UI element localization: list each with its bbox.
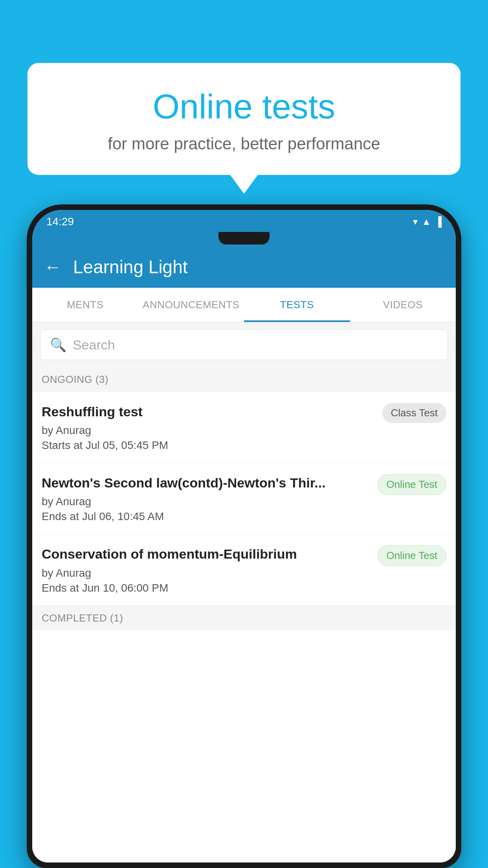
- app-title: Learning Light: [73, 256, 188, 278]
- test-author-1: by Anurag: [42, 424, 374, 437]
- test-info-2: Newton's Second law(contd)-Newton's Thir…: [42, 474, 377, 523]
- search-icon: 🔍: [50, 337, 66, 353]
- test-name-3: Conservation of momentum-Equilibrium: [42, 545, 369, 563]
- bubble-subtitle: for more practice, better performance: [43, 134, 445, 153]
- test-author-2: by Anurag: [42, 495, 369, 508]
- badge-online-test-2: Online Test: [377, 474, 446, 495]
- tests-list: Reshuffling test by Anurag Starts at Jul…: [32, 392, 456, 862]
- test-date-1: Starts at Jul 05, 05:45 PM: [42, 439, 374, 452]
- test-info-1: Reshuffling test by Anurag Starts at Jul…: [42, 403, 382, 452]
- section-ongoing-label: ONGOING (3): [32, 367, 456, 392]
- test-item-2[interactable]: Newton's Second law(contd)-Newton's Thir…: [32, 463, 456, 534]
- tab-ments[interactable]: MENTS: [32, 288, 138, 322]
- tab-tests[interactable]: TESTS: [244, 288, 350, 322]
- search-container: 🔍 Search: [32, 322, 456, 367]
- status-bar: 14:29 ▾ ▲ ▐: [32, 210, 456, 232]
- test-item-1[interactable]: Reshuffling test by Anurag Starts at Jul…: [32, 392, 456, 463]
- search-bar[interactable]: 🔍 Search: [40, 329, 448, 360]
- test-info-3: Conservation of momentum-Equilibrium by …: [42, 545, 377, 594]
- battery-icon: ▐: [435, 216, 442, 227]
- speech-bubble: Online tests for more practice, better p…: [28, 63, 460, 175]
- phone-frame: 14:29 ▾ ▲ ▐ ← Learning Light MENTS ANNOU…: [27, 204, 461, 868]
- tab-announcements[interactable]: ANNOUNCEMENTS: [138, 288, 244, 322]
- notch: [218, 232, 270, 245]
- notch-bar: [32, 232, 456, 246]
- bubble-title: Online tests: [43, 86, 445, 127]
- section-completed-label: COMPLETED (1): [32, 606, 456, 631]
- tabs-bar: MENTS ANNOUNCEMENTS TESTS VIDEOS: [32, 288, 456, 322]
- signal-icon: ▲: [422, 216, 431, 227]
- test-name-1: Reshuffling test: [42, 403, 374, 420]
- status-time: 14:29: [46, 215, 74, 228]
- wifi-icon: ▾: [413, 216, 418, 227]
- test-item-3[interactable]: Conservation of momentum-Equilibrium by …: [32, 534, 456, 605]
- search-input[interactable]: Search: [73, 337, 115, 353]
- test-author-3: by Anurag: [42, 567, 369, 579]
- test-date-3: Ends at Jun 10, 06:00 PM: [42, 582, 369, 594]
- badge-class-test-1: Class Test: [382, 403, 446, 423]
- phone-screen: 14:29 ▾ ▲ ▐ ← Learning Light MENTS ANNOU…: [32, 210, 456, 862]
- badge-online-test-3: Online Test: [377, 545, 446, 566]
- app-bar: ← Learning Light: [32, 246, 456, 288]
- back-button[interactable]: ←: [44, 258, 61, 276]
- test-date-2: Ends at Jul 06, 10:45 AM: [42, 510, 369, 523]
- tab-videos[interactable]: VIDEOS: [350, 288, 456, 322]
- test-name-2: Newton's Second law(contd)-Newton's Thir…: [42, 474, 369, 491]
- status-icons: ▾ ▲ ▐: [413, 216, 442, 227]
